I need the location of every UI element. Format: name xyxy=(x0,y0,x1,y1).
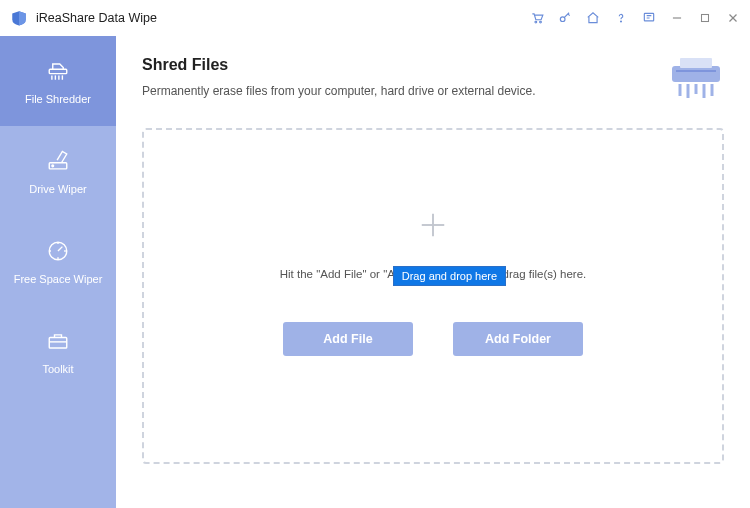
plus-icon xyxy=(418,210,448,240)
header-row: Shred Files Permanently erase files from… xyxy=(142,56,724,102)
sidebar-item-toolkit[interactable]: Toolkit xyxy=(0,306,116,396)
feedback-icon[interactable] xyxy=(642,11,656,25)
svg-rect-17 xyxy=(49,338,67,349)
svg-rect-9 xyxy=(49,69,67,73)
main-panel: Shred Files Permanently erase files from… xyxy=(116,36,750,508)
sidebar-item-label: File Shredder xyxy=(25,93,91,105)
drag-drop-tooltip: Drag and drop here xyxy=(393,266,506,286)
button-row: Add File Add Folder xyxy=(283,322,583,356)
drive-wiper-icon xyxy=(44,147,72,175)
sidebar-item-label: Toolkit xyxy=(42,363,73,375)
minimize-icon[interactable] xyxy=(670,11,684,25)
help-icon[interactable] xyxy=(614,11,628,25)
free-space-icon xyxy=(44,237,72,265)
svg-rect-20 xyxy=(680,58,712,68)
svg-point-1 xyxy=(540,21,542,23)
toolkit-icon xyxy=(44,327,72,355)
sidebar-item-file-shredder[interactable]: File Shredder xyxy=(0,36,116,126)
shredder-graphic-icon xyxy=(668,56,724,102)
close-icon[interactable] xyxy=(726,11,740,25)
svg-point-15 xyxy=(52,165,54,167)
app-logo-icon xyxy=(10,9,28,27)
page-subtitle: Permanently erase files from your comput… xyxy=(142,84,536,98)
svg-point-3 xyxy=(621,21,622,22)
sidebar-item-label: Free Space Wiper xyxy=(14,273,103,285)
cart-icon[interactable] xyxy=(530,11,544,25)
page-title: Shred Files xyxy=(142,56,536,74)
add-folder-button[interactable]: Add Folder xyxy=(453,322,583,356)
maximize-icon[interactable] xyxy=(698,11,712,25)
hint-row: Hit the "Add File" or "Add Folder" butto… xyxy=(280,268,587,280)
add-file-button[interactable]: Add File xyxy=(283,322,413,356)
sidebar-item-free-space-wiper[interactable]: Free Space Wiper xyxy=(0,216,116,306)
svg-rect-19 xyxy=(672,66,720,82)
svg-point-2 xyxy=(560,17,565,22)
sidebar: File Shredder Drive Wiper Free Space Wip… xyxy=(0,36,116,508)
sidebar-item-label: Drive Wiper xyxy=(29,183,86,195)
svg-rect-6 xyxy=(702,15,709,22)
app-title: iReaShare Data Wipe xyxy=(36,11,157,25)
body: File Shredder Drive Wiper Free Space Wip… xyxy=(0,36,750,508)
header-text: Shred Files Permanently erase files from… xyxy=(142,56,536,98)
titlebar: iReaShare Data Wipe xyxy=(0,0,750,36)
svg-point-0 xyxy=(535,21,537,23)
key-icon[interactable] xyxy=(558,11,572,25)
sidebar-item-drive-wiper[interactable]: Drive Wiper xyxy=(0,126,116,216)
dropzone[interactable]: Hit the "Add File" or "Add Folder" butto… xyxy=(142,128,724,464)
titlebar-right xyxy=(530,11,740,25)
svg-rect-4 xyxy=(644,13,653,21)
titlebar-left: iReaShare Data Wipe xyxy=(10,9,157,27)
svg-rect-21 xyxy=(676,70,716,72)
home-icon[interactable] xyxy=(586,11,600,25)
shredder-icon xyxy=(44,57,72,85)
